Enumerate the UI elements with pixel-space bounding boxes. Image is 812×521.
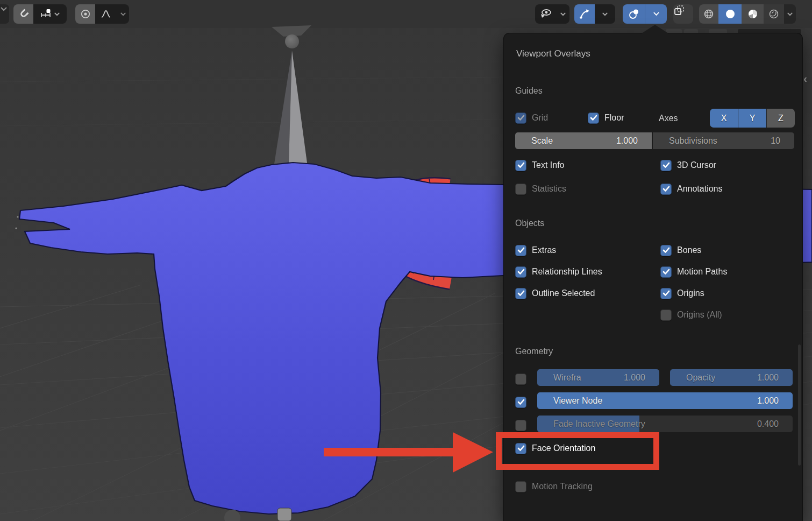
opacity-value: 1.000 <box>757 373 779 383</box>
viewer-node-toggle-row <box>515 395 526 409</box>
show-gizmo-chevron[interactable] <box>557 4 569 24</box>
gizmos-icon <box>579 8 590 20</box>
bones-checkbox[interactable] <box>660 245 672 256</box>
snapping-group <box>13 4 67 24</box>
scale-value: 1.000 <box>616 136 638 146</box>
snap-magnet-icon <box>18 8 30 20</box>
chevron-down-icon <box>0 4 8 24</box>
wireframe-toggle-row <box>515 372 526 386</box>
snap-target-icon <box>40 8 52 20</box>
wireframe-shading-button[interactable] <box>699 4 718 24</box>
sidebar-collapse-chevron[interactable]: ‹ <box>803 73 807 84</box>
shading-mode-group <box>699 4 796 24</box>
geometry-section-heading: Geometry <box>515 347 553 356</box>
annotations-row: Annotations <box>660 182 723 196</box>
motion-tracking-row: Motion Tracking <box>515 480 593 494</box>
grid-checkbox-row: Grid <box>515 111 548 125</box>
origins-label: Origins <box>677 288 704 298</box>
annotations-checkbox[interactable] <box>660 184 672 195</box>
rendered-shading-icon <box>768 9 779 19</box>
viewer-node-slider[interactable]: Viewer Node 1.000 <box>537 392 793 409</box>
fade-inactive-toggle-row <box>515 418 526 432</box>
stray-vertex <box>15 227 17 229</box>
chevron-down-icon <box>602 9 608 19</box>
motion-paths-row: Motion Paths <box>660 265 727 279</box>
solid-shading-button[interactable] <box>718 4 742 24</box>
origins-all-label: Origins (All) <box>677 310 722 320</box>
subdivisions-label: Subdivisions <box>669 136 717 146</box>
axes-label: Axes <box>659 114 678 123</box>
chevron-down-icon <box>653 9 660 19</box>
relationship-lines-row: Relationship Lines <box>515 265 602 279</box>
objects-section-heading: Objects <box>515 219 544 228</box>
solid-shading-icon <box>725 9 736 19</box>
floor-label: Floor <box>604 113 624 123</box>
motion-paths-checkbox[interactable] <box>660 266 672 278</box>
axes-toggle-group: X Y Z <box>710 109 795 128</box>
viewer-node-label: Viewer Node <box>553 396 602 406</box>
wireframe-slider[interactable]: Wirefra 1.000 <box>537 369 659 386</box>
outline-selected-checkbox[interactable] <box>515 288 526 299</box>
subdivisions-value: 10 <box>771 136 780 146</box>
extras-checkbox[interactable] <box>515 245 526 256</box>
material-preview-button[interactable] <box>742 4 764 24</box>
floor-checkbox[interactable] <box>588 112 599 124</box>
shading-chevron[interactable] <box>784 4 796 24</box>
3d-cursor-checkbox[interactable] <box>660 160 672 171</box>
show-gizmo-button[interactable] <box>535 4 557 24</box>
gizmos-toggle-button[interactable] <box>574 4 595 24</box>
axis-y-button[interactable]: Y <box>738 109 767 128</box>
blender-window: ‹ Viewport Overlays Guides Grid Floor Ax… <box>0 0 812 521</box>
opacity-label: Opacity <box>686 373 715 383</box>
wireframe-checkbox[interactable] <box>515 374 526 385</box>
gizmos-chevron[interactable] <box>595 4 615 24</box>
rendered-shading-button[interactable] <box>764 4 784 24</box>
snap-toggle-button[interactable] <box>13 4 33 24</box>
material-preview-icon <box>747 9 758 19</box>
proportional-edit-group <box>75 4 129 24</box>
outline-selected-row: Outline Selected <box>515 286 595 300</box>
snap-target-dropdown[interactable] <box>33 4 67 24</box>
xray-toggle-button[interactable] <box>673 4 693 24</box>
overlays-dropdown-chevron[interactable] <box>645 4 667 24</box>
falloff-dropdown[interactable] <box>95 4 117 24</box>
show-gizmo-icon <box>539 8 552 20</box>
origins-all-checkbox[interactable] <box>660 309 672 321</box>
text-info-row: Text Info <box>515 158 564 172</box>
text-info-label: Text Info <box>532 160 564 170</box>
grid-scale-slider[interactable]: Scale 1.000 <box>515 132 653 149</box>
popover-title: Viewport Overlays <box>516 48 590 59</box>
fade-inactive-value: 0.400 <box>757 419 779 429</box>
chevron-down-icon <box>54 9 60 19</box>
fade-inactive-slider[interactable]: Fade Inactive Geometry 0.400 <box>537 416 793 432</box>
motion-paths-label: Motion Paths <box>677 267 727 277</box>
statistics-label: Statistics <box>532 184 566 194</box>
motion-tracking-label: Motion Tracking <box>532 482 593 491</box>
opacity-slider[interactable]: Opacity 1.000 <box>670 369 793 386</box>
text-info-checkbox[interactable] <box>515 160 526 171</box>
chevron-down-icon <box>787 9 793 19</box>
outline-selected-label: Outline Selected <box>532 288 595 298</box>
relationship-lines-checkbox[interactable] <box>515 266 526 278</box>
gizmos-group <box>574 4 615 24</box>
statistics-row: Statistics <box>515 182 566 196</box>
clipped-toolbar-button[interactable] <box>0 4 9 24</box>
motion-tracking-checkbox[interactable] <box>515 481 526 492</box>
viewer-node-checkbox[interactable] <box>515 397 526 408</box>
fade-inactive-checkbox[interactable] <box>515 420 526 431</box>
grid-checkbox[interactable] <box>515 112 526 124</box>
guides-section-heading: Guides <box>515 86 543 96</box>
axis-z-button[interactable]: Z <box>767 109 795 128</box>
origins-row: Origins <box>660 286 704 300</box>
statistics-checkbox[interactable] <box>515 184 526 195</box>
origins-checkbox[interactable] <box>660 288 672 299</box>
grid-subdivisions-field[interactable]: Subdivisions 10 <box>653 132 794 149</box>
panel-scrollbar[interactable] <box>798 344 801 466</box>
annotations-label: Annotations <box>677 184 723 194</box>
annotation-highlight-box <box>496 432 659 470</box>
proportional-editing-button[interactable] <box>75 4 95 24</box>
falloff-chevron[interactable] <box>117 4 129 24</box>
axis-x-button[interactable]: X <box>710 109 738 128</box>
viewer-node-value: 1.000 <box>757 396 779 406</box>
overlays-toggle-button[interactable] <box>623 4 645 24</box>
